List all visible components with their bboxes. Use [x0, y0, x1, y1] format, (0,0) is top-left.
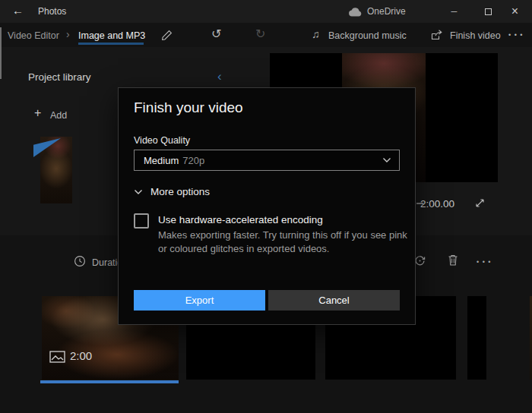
description-line-1: Makes exporting faster. Try turning this…	[158, 229, 407, 242]
hardware-encoding-checkbox[interactable]	[134, 213, 149, 229]
project-title[interactable]: Image and MP3	[78, 30, 145, 41]
redo-icon[interactable]: ↻	[255, 28, 265, 40]
fullscreen-expand-icon[interactable]	[473, 197, 486, 210]
finish-video-dialog: Finish your video Video Quality Medium 7…	[118, 87, 416, 325]
video-quality-select[interactable]: Medium 720p	[134, 150, 400, 171]
hardware-encoding-description: Makes exporting faster. Try turning this…	[158, 229, 407, 256]
onedrive-label[interactable]: OneDrive	[367, 6, 406, 17]
dropdown-chevron-icon	[382, 157, 391, 163]
export-button[interactable]: Export	[134, 290, 265, 311]
music-note-icon: ♫	[312, 29, 320, 39]
add-plus-icon: +	[34, 107, 41, 119]
titlebar: ← Photos OneDrive ─ ×	[0, 0, 532, 23]
elapsed-time: 2:00.00	[420, 198, 454, 210]
image-type-icon	[49, 351, 65, 363]
quality-suffix: 720p	[182, 155, 204, 166]
trash-icon[interactable]	[447, 254, 459, 266]
hardware-encoding-label[interactable]: Use hardware-accelerated encoding	[158, 214, 323, 225]
maximize-icon	[485, 8, 492, 15]
finish-video-button[interactable]: Finish video	[450, 30, 501, 41]
breadcrumb-chevron-icon: ›	[66, 29, 70, 39]
close-button[interactable]: ×	[498, 0, 532, 23]
breadcrumb-video-editor[interactable]: Video Editor	[8, 30, 59, 41]
more-options-chevron-icon	[134, 189, 143, 195]
video-quality-label: Video Quality	[134, 135, 190, 146]
photos-app-window: ← Photos OneDrive ─ × Video Editor › Ima…	[0, 0, 532, 413]
undo-icon[interactable]: ↺	[211, 28, 221, 40]
collapse-pane-chevron-icon[interactable]: ‹	[217, 70, 222, 83]
description-line-2: or coloured glitches in exported videos.	[158, 242, 407, 256]
quality-value: Medium	[144, 155, 179, 166]
left-edge-scrollbar[interactable]	[0, 27, 2, 79]
project-library-heading: Project library	[28, 71, 91, 83]
minimize-button[interactable]: ─	[437, 0, 471, 23]
more-options-toggle[interactable]: More options	[150, 186, 210, 197]
timeline-clip-4[interactable]	[467, 296, 486, 380]
rename-pencil-icon[interactable]	[161, 30, 173, 41]
minimize-icon: ─	[451, 7, 458, 16]
close-icon: ×	[511, 5, 518, 18]
timeline-ellipsis-icon[interactable]: • • •	[477, 259, 491, 266]
duration-clock-icon	[74, 255, 86, 267]
cancel-button[interactable]: Cancel	[268, 290, 400, 311]
project-title-underline	[78, 43, 144, 45]
command-bar: Video Editor › Image and MP3 ↺ ↻ ♫ Backg…	[0, 23, 532, 47]
background-music-button[interactable]: Background music	[328, 30, 407, 41]
finish-video-icon	[430, 29, 443, 41]
clip-duration-badge: 2:00	[70, 349, 92, 362]
add-button[interactable]: Add	[50, 110, 67, 121]
more-ellipsis-icon[interactable]: • • •	[508, 32, 523, 39]
clip-selection-bar	[40, 380, 179, 383]
onedrive-cloud-icon[interactable]	[348, 8, 363, 17]
dialog-title: Finish your video	[134, 99, 243, 116]
app-title: Photos	[38, 6, 66, 17]
back-icon[interactable]: ←	[12, 5, 24, 16]
